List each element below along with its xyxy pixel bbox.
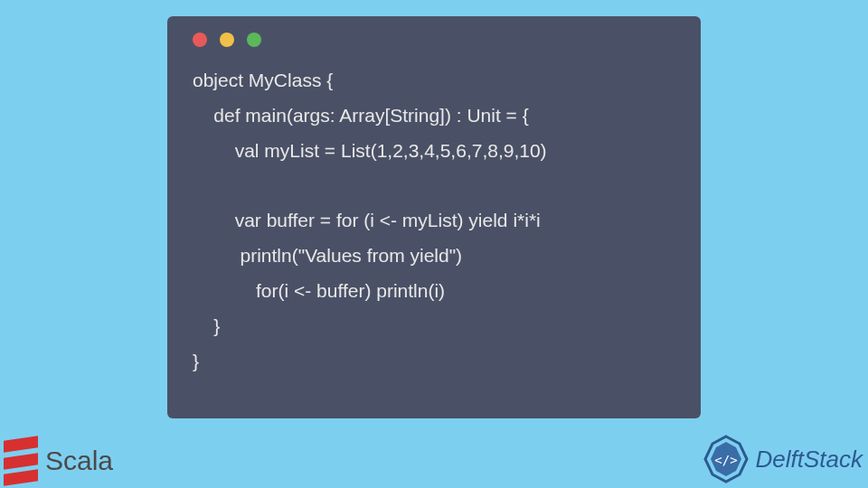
scala-bar <box>4 436 38 452</box>
svg-text:</>: </> <box>714 453 737 467</box>
code-line: } <box>193 351 199 371</box>
delftstack-logo: </> DelftStack <box>702 435 863 483</box>
code-line: var buffer = for (i <- myList) yield i*i… <box>193 210 541 230</box>
code-content: object MyClass { def main(args: Array[St… <box>193 63 675 380</box>
code-line: val myList = List(1,2,3,4,5,6,7,8,9,10) <box>193 140 547 161</box>
scala-bar <box>4 453 38 469</box>
minimize-icon <box>220 33 234 47</box>
window-controls <box>193 33 675 47</box>
scala-bar <box>4 469 38 485</box>
delftstack-label: DelftStack <box>756 446 863 474</box>
maximize-icon <box>247 33 261 47</box>
code-line: for(i <- buffer) println(i) <box>193 280 445 301</box>
code-line: def main(args: Array[String]) : Unit = { <box>193 105 529 126</box>
code-window: object MyClass { def main(args: Array[St… <box>167 16 701 418</box>
scala-icon <box>4 438 38 483</box>
close-icon <box>193 33 207 47</box>
code-line: println("Values from yield") <box>193 245 462 266</box>
scala-label: Scala <box>45 446 113 476</box>
scala-logo: Scala <box>4 438 113 483</box>
delftstack-icon: </> <box>702 435 750 483</box>
code-line: } <box>193 315 220 336</box>
code-line: object MyClass { <box>193 70 333 90</box>
